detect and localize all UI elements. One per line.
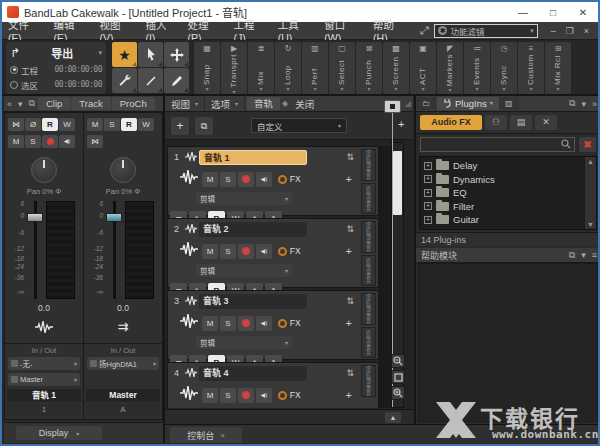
search-input[interactable] <box>424 138 561 150</box>
trim-button[interactable]: ⋈ <box>87 135 103 148</box>
module-snap[interactable]: ▦Snap▾ <box>194 42 220 94</box>
expand-icon[interactable]: ⇅ <box>346 152 354 162</box>
track-name-field[interactable]: 音轨 2 <box>199 222 307 237</box>
close-button[interactable]: ✕ <box>568 2 598 22</box>
solo-button[interactable]: S <box>104 118 120 131</box>
module-mix[interactable]: ≣Mix▾ <box>248 42 274 94</box>
volume-fader[interactable]: 6 0 -6 -12 -18 -24 -36 -∞ <box>9 201 75 299</box>
scrollbar-thumb[interactable] <box>393 151 402 215</box>
minimize-button[interactable]: — <box>508 2 538 22</box>
record-arm-button[interactable] <box>238 244 254 259</box>
pan-knob[interactable] <box>110 157 136 183</box>
track-row-3[interactable]: 3 音轨 3 ⇅ M S ◀) FX + 剪辑▾ ≂ ∿ <box>167 290 379 360</box>
expand-arrows-icon[interactable]: ⤢ <box>414 24 435 37</box>
add-fx-button[interactable]: + <box>346 317 352 329</box>
expand-plus-icon[interactable]: + <box>424 216 432 224</box>
solo-button[interactable]: S <box>220 316 236 331</box>
tab-clip[interactable]: Clip <box>38 97 70 110</box>
input-echo-button[interactable]: ◀) <box>256 172 272 187</box>
write-automation-button[interactable]: W <box>138 118 154 131</box>
track-name[interactable]: 音轨 1 <box>7 389 81 402</box>
close-icon[interactable]: × <box>220 431 225 440</box>
export-scope-project[interactable]: 工程 00:00:00:00 <box>10 62 102 77</box>
module-custom[interactable]: ≡Custom▾ <box>518 42 544 94</box>
fx-rack[interactable]: FX <box>278 318 344 328</box>
expand-icon[interactable]: ⇅ <box>346 296 354 306</box>
mdi-close-button[interactable]: × <box>579 26 594 36</box>
output-dropdown[interactable]: 扬HghDfA1▾ <box>87 357 159 370</box>
clips-pane[interactable] <box>379 146 391 408</box>
maximize-button[interactable]: □ <box>538 2 568 22</box>
tab-media-folder-icon[interactable]: 🗀 <box>416 97 436 110</box>
zoom-out-button[interactable] <box>391 354 405 368</box>
input-echo-button[interactable]: ◀) <box>59 135 75 148</box>
track-name-field[interactable]: 音轨 3 <box>199 294 307 309</box>
fader-cap[interactable] <box>106 213 122 222</box>
solo-button[interactable]: S <box>220 172 236 187</box>
options-menu[interactable]: 选项▾ <box>205 96 245 111</box>
module-sync[interactable]: ◷Sync▾ <box>491 42 517 94</box>
close-pane-button[interactable]: 关闭 <box>290 97 319 111</box>
module-act[interactable]: ▣ACT▾ <box>410 42 436 94</box>
mute-button[interactable]: M <box>202 172 218 187</box>
lens-selector[interactable]: ✱ 功能滤镜 ▾ <box>434 24 537 38</box>
record-arm-button[interactable] <box>238 388 254 403</box>
collapse-icon[interactable]: « <box>4 99 15 109</box>
expand-plus-icon[interactable]: + <box>424 162 432 170</box>
solo-button[interactable]: S <box>220 244 236 259</box>
draw-tool-button[interactable] <box>164 68 189 93</box>
workspace-dropdown[interactable]: 自定义▾ <box>251 118 347 133</box>
tab-console[interactable]: 控制台× <box>170 427 242 443</box>
mute-button[interactable]: M <box>202 388 218 403</box>
edit-filter-dropdown[interactable]: 剪辑▾ <box>196 264 292 277</box>
tab-track[interactable]: Track <box>71 97 110 110</box>
mdi-restore-button[interactable]: ❐ <box>561 26 579 36</box>
mute-button[interactable]: M <box>87 118 103 131</box>
add-fx-button[interactable]: + <box>346 389 352 401</box>
module-select[interactable]: ▢Select▾ <box>329 42 355 94</box>
zoom-in-button[interactable] <box>391 386 405 400</box>
input-echo-button[interactable]: ◀) <box>256 244 272 259</box>
trim-button[interactable]: ⋈ <box>8 118 24 131</box>
menu-icon[interactable]: ≡ <box>589 250 600 260</box>
export-scope-selection[interactable]: 选区 00:00:00:00 <box>10 77 102 92</box>
scroll-up-icon[interactable]: ▲ <box>587 158 594 165</box>
pan-knob[interactable] <box>31 157 57 183</box>
track-row-2[interactable]: 2 音轨 2 ⇅ M S ◀) FX + 剪辑▾ ≂ ∿ <box>167 218 379 288</box>
input-echo-button[interactable]: ◀) <box>256 388 272 403</box>
expand-plus-icon[interactable]: + <box>424 175 432 183</box>
zoom-fit-button[interactable] <box>391 370 405 384</box>
tree-item-eq[interactable]: +EQ <box>420 186 584 200</box>
fader-cap[interactable] <box>27 213 43 222</box>
split-tool-button[interactable] <box>138 68 163 93</box>
midi-fx-button[interactable]: ▤ <box>510 115 532 130</box>
audio-fx-button[interactable]: Audio FX <box>420 115 482 130</box>
collapse-icon[interactable]: ▲ <box>385 412 401 423</box>
volume-fader[interactable]: 6 0 -6 -12 -18 -24 -36 -∞ <box>88 201 154 299</box>
track-name-field[interactable]: 音轨 4 <box>199 366 307 381</box>
mute-button[interactable]: M <box>202 316 218 331</box>
read-automation-button[interactable]: R <box>42 118 58 131</box>
edit-filter-dropdown[interactable]: 剪辑▾ <box>196 336 292 349</box>
record-arm-button[interactable] <box>42 135 58 148</box>
bus-name[interactable]: Master <box>86 389 160 402</box>
read-automation-button[interactable]: R <box>121 118 137 131</box>
record-arm-button[interactable] <box>238 172 254 187</box>
write-automation-button[interactable]: W <box>59 118 75 131</box>
tree-item-delay[interactable]: +Delay <box>420 159 584 173</box>
chevron-down-icon[interactable]: ▾ <box>578 250 589 260</box>
resize-grip-icon[interactable]: ◢ <box>405 99 413 108</box>
mute-button[interactable]: M <box>8 135 24 148</box>
module-punch[interactable]: ⊠Punch▾ <box>356 42 382 94</box>
solo-button[interactable]: S <box>220 388 236 403</box>
chevron-down-icon[interactable]: ▾ <box>578 99 589 109</box>
edit-tool-button[interactable] <box>112 68 137 93</box>
expand-plus-icon[interactable]: + <box>424 189 432 197</box>
tree-item-guitar[interactable]: +Guitar <box>420 213 584 227</box>
tree-scrollbar[interactable]: ▲ ▼ <box>584 157 596 229</box>
track-row-4[interactable]: 4 音轨 4 ⇅ M S ◀) FX + 音量声像读出 <box>167 362 379 408</box>
input-dropdown[interactable]: -无-▾ <box>8 357 80 370</box>
expand-icon[interactable]: ⇅ <box>346 224 354 234</box>
input-echo-button[interactable]: ◀) <box>256 316 272 331</box>
module-markers[interactable]: ◤Markers▾ <box>437 42 463 94</box>
